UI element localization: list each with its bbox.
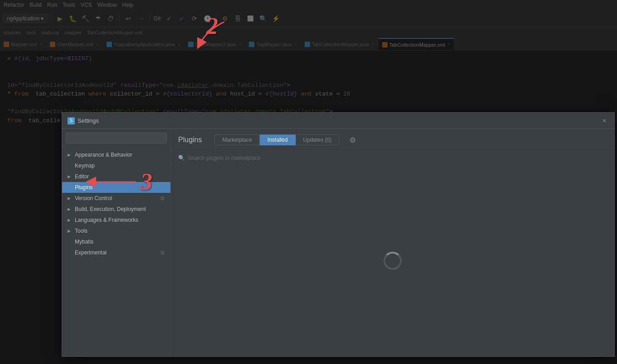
plugins-search-placeholder: Search plugins in marketplace <box>188 155 261 161</box>
sidebar-item-build[interactable]: ▶ Build, Execution, Deployment <box>62 204 170 215</box>
sidebar-item-languages[interactable]: ▶ Languages & Frameworks <box>62 215 170 225</box>
sidebar-arrow-languages: ▶ <box>68 218 72 222</box>
sidebar-item-appearance[interactable]: ▶ Appearance & Behavior <box>62 149 170 160</box>
sidebar-label-plugins: Plugins <box>75 184 92 191</box>
sidebar-item-editor[interactable]: ▶ Editor <box>62 171 170 182</box>
plugins-tab-group: Marketplace Installed Updates (0) <box>214 134 339 145</box>
plugins-content-area <box>171 165 614 356</box>
sidebar-item-plugins[interactable]: Plugins <box>62 182 170 193</box>
sidebar-label-appearance: Appearance & Behavior <box>75 152 132 158</box>
sidebar-arrow-editor: ▶ <box>68 174 72 179</box>
dialog-title-text: Settings <box>78 117 99 124</box>
loading-spinner <box>384 252 402 270</box>
plugins-search-bar: 🔍 Search plugins in marketplace <box>171 151 614 165</box>
tab-marketplace[interactable]: Marketplace <box>214 134 259 145</box>
sidebar-item-tools[interactable]: ▶ Tools <box>62 225 170 236</box>
dialog-title-area: S Settings <box>68 117 99 125</box>
sidebar-label-version-control: Version Control <box>75 195 112 201</box>
sidebar-item-mybatis[interactable]: Mybatis <box>62 236 170 247</box>
sidebar-arrow-version-control: ▶ <box>68 196 72 201</box>
experimental-gear-icon[interactable]: ⚙ <box>160 249 165 256</box>
sidebar-item-version-control[interactable]: ▶ Version Control ⚙ <box>62 193 170 204</box>
sidebar-label-editor: Editor <box>75 173 89 180</box>
sidebar-label-tools: Tools <box>75 228 87 234</box>
settings-dialog: S Settings × ▶ Appearance & Behavior Key… <box>62 112 615 357</box>
plugins-title: Plugins <box>178 136 202 144</box>
sidebar-search-area <box>62 129 170 148</box>
sidebar-item-experimental[interactable]: Experimental ⚙ <box>62 247 170 258</box>
sidebar-arrow-tools: ▶ <box>68 229 72 233</box>
sidebar-search-input[interactable] <box>66 133 167 144</box>
sidebar-label-mybatis: Mybatis <box>75 239 93 245</box>
tab-installed[interactable]: Installed <box>260 134 296 145</box>
version-control-gear-icon[interactable]: ⚙ <box>160 195 165 201</box>
sidebar-arrow-appearance: ▶ <box>68 153 72 157</box>
plugins-search-input-area[interactable]: 🔍 Search plugins in marketplace <box>178 155 607 161</box>
dialog-close-button[interactable]: × <box>600 116 609 125</box>
sidebar-item-keymap[interactable]: Keymap <box>62 160 170 171</box>
settings-sidebar: ▶ Appearance & Behavior Keymap ▶ Editor … <box>62 129 171 356</box>
settings-main-panel: Plugins Marketplace Installed Updates (0… <box>171 129 614 356</box>
plugins-gear-button[interactable]: ⚙ <box>346 134 359 146</box>
sidebar-label-keymap: Keymap <box>75 163 95 169</box>
sidebar-arrow-build: ▶ <box>68 207 72 211</box>
plugins-header: Plugins Marketplace Installed Updates (0… <box>171 129 614 151</box>
dialog-titlebar: S Settings × <box>62 113 614 129</box>
sidebar-label-experimental: Experimental <box>75 249 107 256</box>
plugins-search-icon: 🔍 <box>178 155 185 161</box>
tab-updates[interactable]: Updates (0) <box>296 134 340 145</box>
sidebar-label-build: Build, Execution, Deployment <box>75 206 146 212</box>
sidebar-label-languages: Languages & Frameworks <box>75 217 138 223</box>
dialog-body: ▶ Appearance & Behavior Keymap ▶ Editor … <box>62 129 614 356</box>
settings-icon: S <box>68 117 75 125</box>
sidebar-list: ▶ Appearance & Behavior Keymap ▶ Editor … <box>62 148 170 356</box>
